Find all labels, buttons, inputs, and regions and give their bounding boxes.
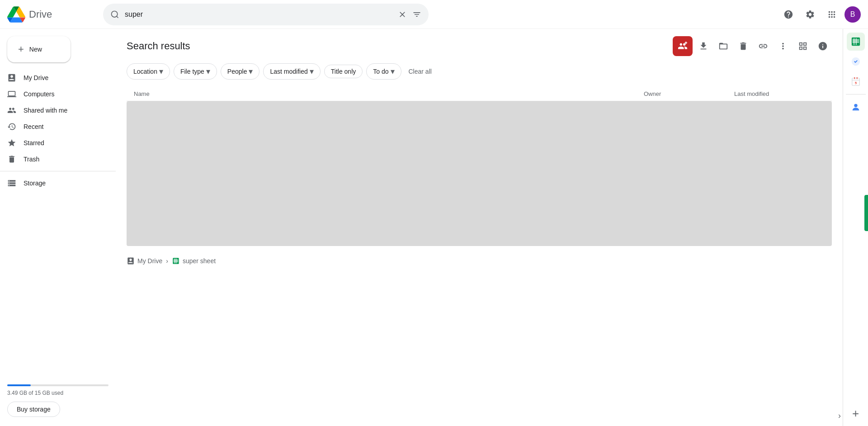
svg-rect-15 bbox=[854, 77, 855, 79]
table-header: Name Owner Last modified bbox=[127, 87, 832, 101]
my-drive-icon bbox=[7, 73, 16, 82]
storage-text: 3.49 GB of 15 GB used bbox=[7, 390, 108, 396]
calendar-panel-button[interactable]: 5 bbox=[847, 72, 865, 90]
content-area: Search results bbox=[116, 29, 843, 426]
storage-bar bbox=[7, 384, 31, 386]
user-avatar[interactable]: B bbox=[844, 6, 861, 23]
shared-icon bbox=[7, 106, 16, 115]
view-toggle-button[interactable] bbox=[794, 37, 812, 55]
plus-icon: + bbox=[18, 43, 24, 55]
share-button[interactable] bbox=[673, 36, 693, 56]
trash-icon bbox=[7, 155, 16, 164]
to-do-chevron-icon: ▾ bbox=[391, 66, 395, 76]
last-modified-chevron-icon: ▾ bbox=[310, 66, 314, 76]
sidebar-item-computers-label: Computers bbox=[24, 90, 54, 98]
filter-file-type[interactable]: File type ▾ bbox=[174, 63, 217, 80]
filter-people[interactable]: People ▾ bbox=[221, 63, 260, 80]
drive-logo-icon bbox=[7, 5, 25, 24]
sidebar-item-my-drive-label: My Drive bbox=[24, 74, 48, 81]
sidebar-item-shared-with-me[interactable]: Shared with me bbox=[0, 102, 108, 118]
filter-to-do-label: To do bbox=[373, 68, 388, 75]
sidebar-item-shared-label: Shared with me bbox=[24, 107, 67, 114]
starred-icon bbox=[7, 138, 16, 147]
right-panel: 5 + bbox=[843, 29, 868, 426]
filter-bar: Location ▾ File type ▾ People ▾ Last mod… bbox=[127, 63, 832, 80]
filter-last-modified[interactable]: Last modified ▾ bbox=[263, 63, 320, 80]
storage-icon bbox=[7, 179, 16, 188]
location-chevron-icon: ▾ bbox=[159, 66, 163, 76]
svg-rect-11 bbox=[854, 38, 854, 45]
page-title: Search results bbox=[127, 40, 190, 52]
clear-search-icon[interactable] bbox=[398, 10, 407, 19]
new-button[interactable]: + New bbox=[7, 36, 71, 62]
contacts-panel-button[interactable] bbox=[847, 98, 865, 116]
sidebar: + New My Drive Computers Shared with me … bbox=[0, 29, 116, 426]
computers-icon bbox=[7, 90, 16, 99]
search-filter-icon[interactable] bbox=[412, 10, 421, 19]
sidebar-item-trash-label: Trash bbox=[24, 156, 39, 163]
right-panel-divider bbox=[846, 94, 866, 95]
svg-text:5: 5 bbox=[854, 81, 856, 85]
apps-button[interactable] bbox=[823, 5, 841, 24]
new-button-label: New bbox=[29, 46, 42, 53]
remove-button[interactable] bbox=[734, 37, 752, 55]
content-wrapper: Search results bbox=[116, 29, 868, 426]
sidebar-item-starred-label: Starred bbox=[24, 139, 44, 147]
filter-location[interactable]: Location ▾ bbox=[127, 63, 170, 80]
filter-title-only[interactable]: Title only bbox=[324, 65, 363, 78]
info-button[interactable] bbox=[814, 37, 832, 55]
logo-area: Drive bbox=[7, 5, 98, 24]
sidebar-item-trash[interactable]: Trash bbox=[0, 151, 108, 167]
column-name: Name bbox=[134, 90, 644, 97]
sidebar-item-computers[interactable]: Computers bbox=[0, 86, 108, 102]
app-title: Drive bbox=[29, 9, 52, 20]
download-button[interactable] bbox=[694, 37, 712, 55]
filter-file-type-label: File type bbox=[180, 68, 204, 75]
tasks-panel-button[interactable] bbox=[847, 52, 865, 71]
breadcrumb: My Drive › super sheet bbox=[127, 250, 832, 267]
header-actions: B bbox=[779, 5, 861, 24]
svg-point-0 bbox=[112, 11, 118, 17]
content-header: Search results bbox=[127, 36, 832, 56]
sidebar-item-recent[interactable]: Recent bbox=[0, 118, 108, 135]
nav-divider bbox=[0, 171, 116, 171]
green-panel-indicator bbox=[864, 195, 868, 231]
svg-rect-5 bbox=[175, 259, 175, 264]
sheets-panel-button[interactable] bbox=[847, 33, 865, 51]
breadcrumb-super-sheet[interactable]: super sheet bbox=[172, 257, 216, 265]
column-last-modified: Last modified bbox=[734, 90, 825, 97]
column-owner: Owner bbox=[644, 90, 734, 97]
sidebar-item-storage[interactable]: Storage bbox=[0, 175, 108, 191]
app-header: Drive B bbox=[0, 0, 868, 29]
move-to-button[interactable] bbox=[714, 37, 732, 55]
svg-point-18 bbox=[854, 104, 857, 107]
breadcrumb-separator-icon: › bbox=[166, 257, 168, 265]
search-bar[interactable] bbox=[103, 4, 429, 25]
search-icon bbox=[110, 10, 119, 19]
settings-button[interactable] bbox=[801, 5, 819, 24]
sidebar-item-recent-label: Recent bbox=[24, 123, 43, 130]
filter-people-label: People bbox=[227, 68, 247, 75]
file-type-chevron-icon: ▾ bbox=[206, 66, 210, 76]
filter-title-only-label: Title only bbox=[331, 68, 356, 75]
link-button[interactable] bbox=[754, 37, 772, 55]
search-input[interactable] bbox=[125, 10, 392, 19]
filter-to-do[interactable]: To do ▾ bbox=[366, 63, 401, 80]
breadcrumb-my-drive[interactable]: My Drive bbox=[127, 257, 162, 265]
toolbar-actions bbox=[673, 36, 832, 56]
sidebar-item-my-drive[interactable]: My Drive bbox=[0, 70, 108, 86]
buy-storage-button[interactable]: Buy storage bbox=[7, 402, 60, 417]
svg-rect-6 bbox=[176, 259, 176, 264]
sidebar-item-storage-label: Storage bbox=[24, 180, 46, 187]
filter-location-label: Location bbox=[133, 68, 157, 75]
more-options-button[interactable] bbox=[774, 37, 792, 55]
expand-arrow-icon[interactable]: › bbox=[838, 411, 841, 421]
add-apps-button[interactable]: + bbox=[847, 404, 865, 422]
clear-all-button[interactable]: Clear all bbox=[405, 65, 435, 78]
storage-bar-container bbox=[7, 384, 108, 386]
my-drive-breadcrumb-icon bbox=[127, 257, 135, 265]
filter-last-modified-label: Last modified bbox=[270, 68, 307, 75]
sidebar-item-starred[interactable]: Starred bbox=[0, 135, 108, 151]
help-button[interactable] bbox=[779, 5, 797, 24]
svg-rect-16 bbox=[856, 77, 857, 79]
